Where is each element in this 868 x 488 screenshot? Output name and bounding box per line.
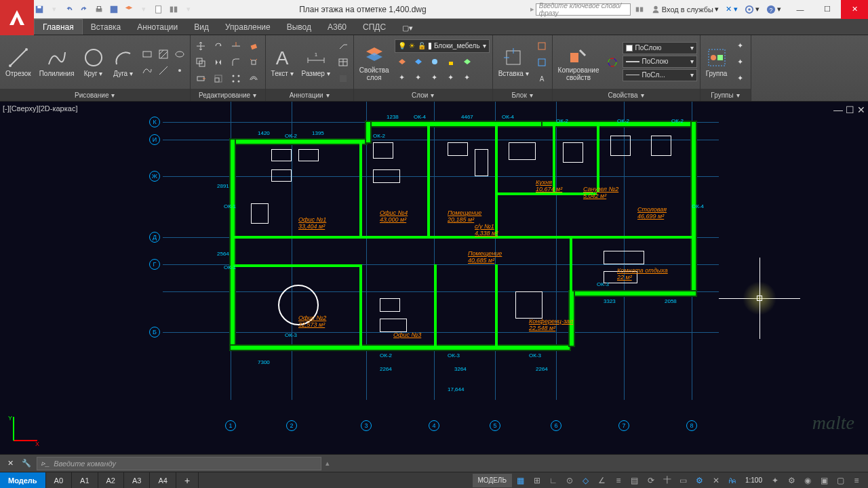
minimize-button[interactable]: — [787,0,814,19]
hardware-icon[interactable]: ◉ [800,474,815,487]
qat-ws-icon[interactable]: ▾ [137,3,151,16]
hatch-icon[interactable] [156,47,171,62]
cmd-close-icon[interactable]: ✕ [4,458,16,470]
tab-spds[interactable]: СПДС [355,20,394,35]
close-button[interactable]: ✕ [841,0,868,19]
view-label[interactable]: [-][Сверху][2D-каркас] [3,104,77,113]
edit-attr-icon[interactable]: A [534,71,549,86]
search-input[interactable]: Введите ключевое слово/фразу [536,3,631,16]
tab-manage[interactable]: Управление [217,20,279,35]
help-icon[interactable]: ? ▾ [764,5,784,14]
rect-icon[interactable] [140,47,155,62]
group-edit-icon[interactable]: ✦ [733,55,748,70]
dimension-button[interactable]: 1 Размер ▾ [299,45,333,79]
copy-icon[interactable] [193,55,208,70]
exchange-icon[interactable]: ✕ ▾ [723,5,741,14]
layout-tab-model[interactable]: Модель [0,472,46,488]
panel-groups-title[interactable]: Группы ▾ [701,89,751,101]
explode-icon[interactable] [246,55,261,70]
ws-switch-icon[interactable]: ⚙ [784,474,799,487]
create-block-icon[interactable] [534,39,549,54]
panel-modify-title[interactable]: Редактирование ▾ [191,89,265,101]
otrack-icon[interactable]: ∠ [595,474,610,487]
layout-tab-a4[interactable]: А4 [150,472,176,488]
trim-icon[interactable] [229,39,243,54]
grid-icon[interactable]: ▦ [513,474,528,487]
transparency-icon[interactable]: ▤ [627,474,642,487]
scale-display[interactable]: 1:100 [741,476,766,484]
point-icon[interactable] [172,63,187,78]
stretch-icon[interactable] [193,71,208,86]
anno-monitor-icon[interactable]: ✕ [709,474,724,487]
viewport-close-icon[interactable]: ✕ [857,104,865,115]
drawing-area[interactable]: [-][Сверху][2D-каркас] — ☐ ✕ [0,102,868,454]
viewport-maximize-icon[interactable]: ☐ [846,104,854,115]
text-button[interactable]: A Текст ▾ [269,45,296,79]
tab-visibility-icon[interactable]: ▢▾ [399,21,416,35]
ortho-icon[interactable]: ∟ [546,474,561,487]
layer-thaw-icon[interactable]: ✦ [427,70,442,85]
group-button[interactable]: Группа [703,45,730,79]
layout-tab-add[interactable]: + [176,472,199,488]
infocenter-icon[interactable]: ▾ [742,5,762,14]
layer-props-button[interactable]: Свойства слоя [357,42,392,83]
anno-scale-icon[interactable]: 🗛 [725,474,740,487]
polyline-button[interactable]: Полилиния [37,45,77,79]
qat-layers-icon[interactable] [122,3,136,16]
command-input[interactable]: ▹_ Введите команду [37,457,321,470]
lineweight-selector[interactable]: ПоСлою▾ [623,56,697,68]
insert-block-button[interactable]: Вставка ▾ [496,45,532,79]
table-icon[interactable] [336,55,351,70]
scale-icon[interactable] [211,71,226,86]
clean-screen-icon[interactable]: ▢ [833,474,848,487]
qprops-icon[interactable]: ▭ [676,474,691,487]
panel-draw-title[interactable]: Рисование ▾ [0,89,190,101]
panel-properties-title[interactable]: Свойства ▾ [553,89,700,101]
line-button[interactable]: Отрезок [3,45,34,79]
layer-uniso-icon[interactable]: ✦ [411,70,426,85]
tab-annotate[interactable]: Аннотации [129,20,186,35]
lweight-icon[interactable]: ≡ [611,474,626,487]
layer-prev-icon[interactable]: ✦ [460,70,475,85]
customize-status-icon[interactable]: ≡ [849,474,864,487]
group-bbox-icon[interactable]: ✦ [733,71,748,86]
arc-button[interactable]: Дуга ▾ [110,45,137,79]
viewport-minimize-icon[interactable]: — [833,104,843,115]
layer-iso-icon[interactable] [411,54,426,69]
wipeout-icon[interactable] [336,71,351,86]
qat-dropdown-icon[interactable]: ▾ [47,3,61,16]
workspace-icon[interactable]: ⚙ [692,474,707,487]
erase-icon[interactable] [246,39,261,54]
offset-icon[interactable] [246,71,261,86]
ungroup-icon[interactable]: ✦ [733,39,748,54]
autodesk-360-icon[interactable] [632,5,647,14]
qat-sheet-icon[interactable] [152,3,165,16]
layer-off-icon[interactable] [395,54,410,69]
qat-redo-icon[interactable] [77,3,91,16]
tab-insert[interactable]: Вставка [83,20,130,35]
tab-output[interactable]: Вывод [279,20,319,35]
color-wheel-icon[interactable] [605,55,620,70]
layer-freeze-icon[interactable] [427,54,442,69]
edit-block-icon[interactable] [534,55,549,70]
model-space-button[interactable]: МОДЕЛЬ [473,474,512,487]
ellipse-icon[interactable] [172,47,187,62]
circle-button[interactable]: Круг ▾ [80,45,107,79]
panel-block-title[interactable]: Блок ▾ [493,89,552,101]
panel-layers-title[interactable]: Слои ▾ [354,89,492,101]
polar-icon[interactable]: ⊙ [562,474,577,487]
layout-tab-a0[interactable]: А0 [46,472,72,488]
fillet-icon[interactable] [229,55,243,70]
layer-lock-icon[interactable] [443,54,458,69]
signin-link[interactable]: Вход в службы ▾ [648,5,722,14]
cycling-icon[interactable]: ⟳ [644,474,658,487]
layer-selector[interactable]: 💡 ☀ 🔓 Блоки_мебель ▾ [395,39,490,53]
construction-icon[interactable] [156,63,171,78]
array-icon[interactable] [229,71,243,86]
match-props-button[interactable]: Копирование свойств [555,42,602,83]
tab-a360[interactable]: A360 [319,20,355,35]
layout-tab-a3[interactable]: А3 [124,472,150,488]
leader-icon[interactable] [336,39,351,54]
qat-undo-icon[interactable] [62,3,76,16]
isolate-icon[interactable]: ▣ [816,474,831,487]
